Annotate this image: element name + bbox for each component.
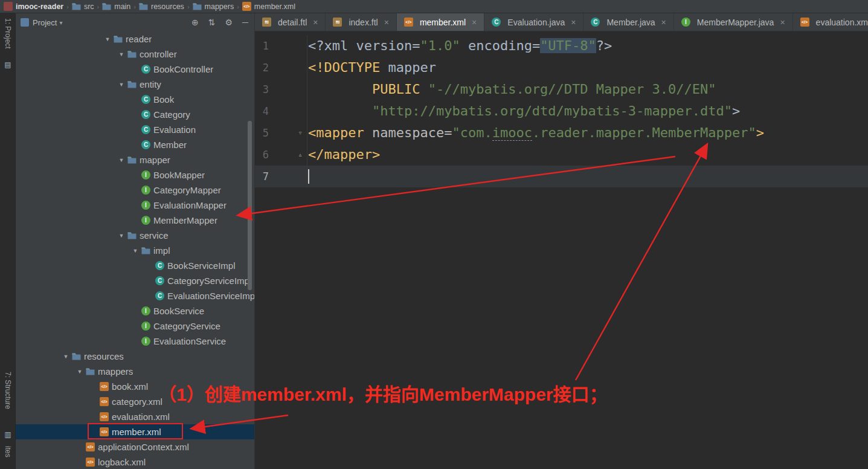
breadcrumb-item-resources[interactable]: resources xyxy=(139,2,184,11)
tree-item-label: CategoryServiceImpl xyxy=(167,276,251,286)
structure-tool-icon[interactable]: ▥ xyxy=(4,430,12,439)
expand-arrow-icon[interactable]: ▼ xyxy=(115,82,127,88)
expand-arrow-icon[interactable]: ▼ xyxy=(74,369,86,375)
expand-arrow-icon[interactable]: ▼ xyxy=(129,248,141,254)
hide-panel-icon[interactable]: ─ xyxy=(242,18,248,27)
tree-item-book.xml[interactable]: </>book.xml xyxy=(16,379,254,394)
close-icon[interactable]: × xyxy=(313,18,318,27)
close-icon[interactable]: × xyxy=(571,18,576,27)
tree-item-category.xml[interactable]: </>category.xml xyxy=(16,394,254,409)
close-icon[interactable]: × xyxy=(384,18,389,27)
tab-Evaluation.java[interactable]: CEvaluation.java× xyxy=(484,13,583,31)
tool-window-button-favorites[interactable]: ites xyxy=(4,446,12,458)
tree-item-label: logback.xml xyxy=(98,457,146,467)
tree-item-mapper[interactable]: ▼mapper xyxy=(16,152,254,167)
breadcrumb-item-member.xml[interactable]: </>member.xml xyxy=(242,2,295,11)
expand-arrow-icon[interactable]: ▼ xyxy=(101,36,114,42)
code-token: ?> xyxy=(596,38,612,53)
code-line-6[interactable]: 6▵</mapper> xyxy=(255,144,868,166)
code-text: <!DOCTYPE mapper xyxy=(307,57,436,79)
close-icon[interactable]: × xyxy=(661,18,666,27)
tree-item-resources[interactable]: ▼resources xyxy=(16,349,254,364)
code-line-7[interactable]: 7 xyxy=(255,166,868,187)
expand-arrow-icon[interactable]: ▼ xyxy=(60,354,72,360)
breadcrumb-item-src[interactable]: src xyxy=(72,2,94,11)
project-view-selector[interactable]: Project xyxy=(33,18,57,27)
tab-detail.ftl[interactable]: ftldetail.ftl× xyxy=(255,13,326,31)
class-icon: C xyxy=(155,291,164,300)
tree-item-label: EvaluationServiceImpl xyxy=(167,291,254,301)
tree-item-BookServiceImpl[interactable]: CBookServiceImpl xyxy=(16,258,254,273)
interface-icon: I xyxy=(141,306,150,315)
code-token: namespace= xyxy=(372,125,452,140)
tree-item-label: mappers xyxy=(98,366,133,377)
code-token: > xyxy=(756,125,764,140)
code-line-2[interactable]: 2<!DOCTYPE mapper xyxy=(255,57,868,79)
code-token: > xyxy=(732,103,740,118)
collapse-all-icon[interactable]: ⇅ xyxy=(208,18,216,27)
tree-item-label: resources xyxy=(84,351,124,361)
tree-item-Category[interactable]: CCategory xyxy=(16,107,254,122)
tree-item-service[interactable]: ▼service xyxy=(16,228,254,243)
tool-window-button-project[interactable]: 1: Project xyxy=(4,18,12,49)
tree-item-EvaluationService[interactable]: IEvaluationService xyxy=(16,334,254,349)
breadcrumb-item-mappers[interactable]: mappers xyxy=(193,2,234,11)
tree-item-impl[interactable]: ▼impl xyxy=(16,243,254,258)
gutter: 7 xyxy=(255,166,307,187)
tree-item-CategoryServiceImpl[interactable]: CCategoryServiceImpl xyxy=(16,273,254,288)
expand-arrow-icon[interactable]: ▼ xyxy=(115,233,127,239)
tree-item-Book[interactable]: CBook xyxy=(16,92,254,107)
tab-member.xml[interactable]: </>member.xml× xyxy=(397,13,484,31)
folder-icon xyxy=(114,35,123,43)
breadcrumb-label: src xyxy=(84,2,94,11)
expand-arrow-icon[interactable]: ▼ xyxy=(115,157,127,163)
tab-label: Member.java xyxy=(606,18,655,27)
tree-item-label: service xyxy=(140,230,169,241)
tree-item-reader[interactable]: ▼reader xyxy=(16,31,254,47)
tree-item-BookMapper[interactable]: IBookMapper xyxy=(16,167,254,183)
tree-item-BookController[interactable]: CBookController xyxy=(16,62,254,77)
tree-item-EvaluationServiceImpl[interactable]: CEvaluationServiceImpl xyxy=(16,288,254,303)
project-tool-icon[interactable]: ▤ xyxy=(4,60,12,69)
tree-item-Member[interactable]: CMember xyxy=(16,137,254,152)
tree-item-BookService[interactable]: IBookService xyxy=(16,303,254,319)
tree-item-CategoryMapper[interactable]: ICategoryMapper xyxy=(16,183,254,198)
fold-marker-icon[interactable]: ▵ xyxy=(296,144,304,166)
tree-item-CategoryService[interactable]: ICategoryService xyxy=(16,319,254,334)
tree-item-evaluation.xml[interactable]: </>evaluation.xml xyxy=(16,409,254,424)
tree-item-MemberMapper[interactable]: IMemberMapper xyxy=(16,213,254,228)
tab-MemberMapper.java[interactable]: IMemberMapper.java× xyxy=(674,13,793,31)
chevron-down-icon[interactable]: ▾ xyxy=(59,19,62,26)
settings-gear-icon[interactable]: ⚙ xyxy=(225,18,233,27)
tab-evaluation.xml[interactable]: </>evaluation.xml× xyxy=(793,13,868,31)
tree-item-Evaluation[interactable]: CEvaluation xyxy=(16,122,254,137)
code-line-3[interactable]: 3 PUBLIC "-//mybatis.org//DTD Mapper 3.0… xyxy=(255,79,868,100)
breadcrumb-item-main[interactable]: main xyxy=(102,2,130,11)
tab-label: member.xml xyxy=(420,18,466,27)
tree-item-applicationContext.xml[interactable]: </>applicationContext.xml xyxy=(16,439,254,454)
close-icon[interactable]: × xyxy=(472,18,477,27)
tree-item-entity[interactable]: ▼entity xyxy=(16,77,254,92)
tab-index.ftl[interactable]: ftlindex.ftl× xyxy=(326,13,396,31)
expand-arrow-icon[interactable]: ▼ xyxy=(115,51,127,57)
breadcrumb-item-imooc-reader[interactable]: imooc-reader xyxy=(4,2,63,11)
tab-Member.java[interactable]: CMember.java× xyxy=(583,13,674,31)
locate-icon[interactable]: ⊕ xyxy=(191,18,199,27)
fold-marker-icon[interactable]: ▿ xyxy=(296,122,304,144)
tree-item-logback.xml[interactable]: </>logback.xml xyxy=(16,454,254,469)
code-line-1[interactable]: 1<?xml version="1.0" encoding="UTF-8"?> xyxy=(255,35,868,57)
close-icon[interactable]: × xyxy=(780,18,785,27)
tree-item-mappers[interactable]: ▼mappers xyxy=(16,364,254,379)
code-line-4[interactable]: 4 "http://mybatis.org/dtd/mybatis-3-mapp… xyxy=(255,100,868,122)
tree-item-EvaluationMapper[interactable]: IEvaluationMapper xyxy=(16,198,254,213)
tree-item-controller[interactable]: ▼controller xyxy=(16,47,254,62)
code-text: </mapper> xyxy=(307,144,380,166)
tool-window-button-structure[interactable]: 7: Structure xyxy=(4,372,12,409)
tree-item-member.xml[interactable]: </>member.xml xyxy=(16,424,254,439)
breadcrumb-separator-icon: › xyxy=(66,3,69,10)
scrollbar-thumb[interactable] xyxy=(248,121,252,290)
code-line-5[interactable]: 5▿<mapper namespace="com.imooc.reader.ma… xyxy=(255,122,868,144)
gutter: 4 xyxy=(255,100,307,122)
folder-icon xyxy=(102,2,111,10)
gutter: 2 xyxy=(255,57,307,79)
